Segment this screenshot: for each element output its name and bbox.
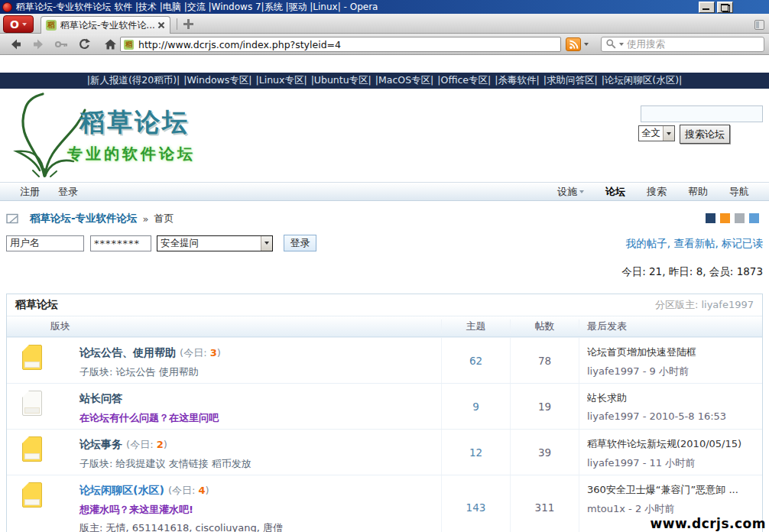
nav-item-office[interactable]: |Office专区| [437, 74, 491, 87]
url-text: http://www.dcrjs.com/index.php?styleid=4 [138, 39, 341, 50]
search-icon [605, 37, 616, 52]
forum-link[interactable]: 论坛闲聊区(水区) [79, 484, 164, 496]
address-bar: 稻 http://www.dcrjs.com/index.php?styleid… [0, 34, 769, 55]
security-question-select[interactable]: 安全提问 [157, 235, 273, 251]
opera-menu-button[interactable]: O [3, 15, 34, 33]
forum-menubar: 注册 登录 设施 论坛 搜索 帮助 导航 [0, 182, 769, 201]
menu-help[interactable]: 帮助 [688, 185, 708, 199]
opera-browser-window: 稻草论坛-专业软件论坛 软件 |技术 |电脑 |交流 |Windows 7|系统… [0, 0, 769, 532]
forum-search-input[interactable] [641, 105, 763, 122]
nav-item-windows[interactable]: |Windows专区| [183, 74, 251, 87]
url-field[interactable]: 稻 http://www.dcrjs.com/index.php?styleid… [120, 37, 561, 52]
last-post-author[interactable]: liyafe1997 [587, 365, 640, 377]
note-icon [6, 213, 19, 225]
opera-icon [2, 2, 12, 12]
wand-password-icon[interactable] [54, 38, 69, 50]
opera-menu-logo: O [10, 18, 19, 31]
reload-button[interactable] [76, 38, 92, 50]
forum-icon-new [22, 482, 42, 508]
post-count: 311 [510, 475, 579, 532]
last-post-time: - 11 小时前 [640, 457, 696, 469]
back-button[interactable] [8, 38, 23, 50]
rss-icon[interactable] [566, 37, 581, 51]
moderator-link[interactable]: liyafe1997 [701, 299, 754, 310]
forum-link[interactable]: 站长问答 [79, 392, 122, 404]
last-post-link[interactable]: 360安全卫士爆“兼容门”恶意卸 ... [587, 483, 756, 497]
menu-facility[interactable]: 设施 [557, 185, 584, 199]
last-post-link[interactable]: 稻草软件论坛新坛规(2010/05/15) [587, 437, 756, 451]
nav-item-ubuntu[interactable]: |Ubuntu专区| [311, 74, 372, 87]
new-tab-button[interactable] [183, 19, 193, 29]
forward-button[interactable] [31, 38, 46, 50]
tab-close-icon[interactable] [157, 21, 165, 29]
search-scope-select[interactable]: 全文 [638, 125, 675, 141]
last-post-link[interactable]: 论坛首页增加快速登陆框 [587, 345, 756, 359]
forum-link[interactable]: 论坛公告、使用帮助 [79, 346, 176, 358]
last-post-author[interactable]: liyafe1997 [587, 457, 640, 469]
nav-item-antivirus[interactable]: |杀毒软件| [495, 74, 539, 87]
last-post-author[interactable]: liyafe1997 [587, 410, 640, 422]
style-swatch-blue[interactable] [749, 213, 759, 223]
nav-item-macos[interactable]: |MacOS专区| [375, 74, 434, 87]
last-post-author[interactable]: mtou1x [587, 503, 625, 514]
restore-button[interactable] [717, 2, 733, 13]
chevron-down-icon [22, 23, 27, 26]
nav-item-chat[interactable]: |论坛闲聊区(水区)| [602, 74, 683, 87]
column-lastpost: 最后发表 [579, 320, 762, 333]
last-post-cell: 站长求助 liyafe1997 - 2010-5-8 16:53 [579, 384, 762, 429]
nav-item-help[interactable]: |求助问答区| [543, 74, 598, 87]
moderator-list[interactable]: 版主: 无情, 651141618, ciscoliuyang, 唐僧 [79, 521, 436, 532]
table-row: 站长问答 在论坛有什么问题？在这里问吧 9 19 站长求助 liyafe1997… [7, 383, 762, 429]
tab-title: 稻草论坛-专业软件论... [60, 19, 154, 32]
topic-count: 143 [441, 475, 510, 532]
my-posts-link[interactable]: 我的帖子 [626, 237, 667, 249]
column-topics: 主题 [441, 320, 510, 333]
style-swatch-navy[interactable] [706, 213, 715, 223]
forum-stats: 今日: 21, 昨日: 8, 会员: 1873 [6, 265, 763, 279]
home-button[interactable] [102, 38, 118, 50]
browser-search-field[interactable]: 使用搜索 [601, 37, 764, 52]
table-column-headers: 版块 主题 帖数 最后发表 [7, 316, 762, 337]
breadcrumb-separator: » [143, 213, 149, 225]
search-placeholder: 使用搜索 [627, 38, 665, 51]
menu-search[interactable]: 搜索 [647, 185, 667, 199]
browser-tab[interactable]: 稻 稻草论坛-专业软件论... [41, 16, 170, 34]
last-post-cell: 论坛首页增加快速登陆框 liyafe1997 - 9 小时前 [579, 338, 762, 383]
menu-login[interactable]: 登录 [58, 185, 78, 199]
minimize-button[interactable] [699, 2, 715, 13]
username-field[interactable] [6, 235, 84, 251]
forum-description: 想灌水吗？来这里灌水吧! [79, 503, 436, 517]
minimize-icon [702, 8, 709, 10]
last-post-cell: 稻草软件论坛新坛规(2010/05/15) liyafe1997 - 11 小时… [579, 430, 762, 475]
subforum-links[interactable]: 子版块: 论坛公告 使用帮助 [79, 365, 436, 379]
forum-link[interactable]: 论坛事务 [79, 438, 122, 450]
last-post-link[interactable]: 站长求助 [587, 391, 756, 405]
moderator-label: 分区版主: [655, 299, 698, 310]
last-post-time: - 2010-5-8 16:53 [640, 410, 727, 422]
subforum-links[interactable]: 子版块: 给我提建议 友情链接 稻币发放 [79, 457, 436, 471]
password-field[interactable] [90, 235, 151, 251]
forum-description: 在论坛有什么问题？在这里问吧 [79, 411, 436, 425]
table-row: 论坛闲聊区(水区) (今日: 4) 想灌水吗？来这里灌水吧! 版主: 无情, 6… [7, 475, 762, 532]
today-count: (今日: 3) [180, 347, 221, 358]
style-swatch-orange[interactable] [720, 213, 730, 223]
today-count: (今日: 2) [126, 439, 167, 450]
rss-dropdown-icon[interactable] [584, 43, 589, 46]
nav-item-newcomer[interactable]: |新人报道(得20稻币)| [87, 74, 180, 87]
menu-forum[interactable]: 论坛 [605, 185, 625, 199]
last-post-time: - 9 小时前 [640, 365, 689, 377]
tab-favicon: 稻 [46, 20, 57, 31]
menu-navigation[interactable]: 导航 [729, 185, 749, 199]
nav-item-linux[interactable]: |Linux专区| [256, 74, 307, 87]
login-button[interactable]: 登录 [284, 235, 316, 251]
view-new-posts-link[interactable]: 查看新帖 [673, 237, 715, 249]
mark-read-link[interactable]: 标记已读 [722, 237, 763, 249]
style-swatch-gray[interactable] [735, 213, 745, 223]
site-logo-title: 稻草论坛 [79, 105, 190, 140]
search-engine-dropdown-icon[interactable] [619, 43, 624, 46]
panels-toggle-icon[interactable] [754, 20, 764, 30]
menu-register[interactable]: 注册 [20, 185, 40, 199]
forum-search-button[interactable]: 搜索论坛 [680, 125, 730, 144]
category-title[interactable]: 稻草论坛 [15, 298, 58, 312]
breadcrumb-site-link[interactable]: 稻草论坛-专业软件论坛 [30, 212, 138, 225]
